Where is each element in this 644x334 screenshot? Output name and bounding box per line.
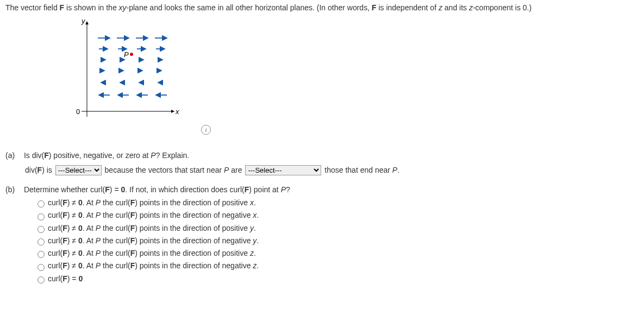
part-b-question: Determine whether curl(F) = 0. If not, i… <box>24 185 290 194</box>
text: 0 <box>78 236 83 245</box>
text: ) points in the direction of negative <box>135 211 253 219</box>
text: ) points in the direction of negative <box>135 261 253 270</box>
text: F <box>62 261 67 270</box>
text: . At <box>83 198 96 207</box>
text: curl( <box>48 261 62 270</box>
text: 0 <box>78 211 83 219</box>
text: curl( <box>48 236 62 245</box>
text: those that end near <box>324 166 392 174</box>
text: . <box>397 166 399 174</box>
text: curl( <box>48 224 62 232</box>
curl-option-radio[interactable] <box>37 238 45 245</box>
text: P <box>151 151 155 160</box>
curl-option-radio[interactable] <box>37 213 45 220</box>
curl-option[interactable]: curl(F) ≠ 0. At P the curl(F) points in … <box>35 249 639 258</box>
curl-option-radio[interactable] <box>37 276 45 283</box>
text: z <box>439 3 442 12</box>
text: x <box>250 198 254 207</box>
curl-option-radio[interactable] <box>37 251 45 258</box>
curl-option[interactable]: curl(F) ≠ 0. At P the curl(F) points in … <box>35 261 639 270</box>
text: ) ≠ <box>67 211 78 219</box>
text: xy <box>119 3 127 12</box>
text: F <box>105 185 110 194</box>
part-a-question: Is div(F) positive, negative, or zero at… <box>24 151 189 160</box>
div-reason-select[interactable]: ---Select--- <box>245 165 321 175</box>
text: the curl( <box>101 198 130 207</box>
text: ) ≠ <box>67 198 78 207</box>
curl-option-radio[interactable] <box>37 264 45 271</box>
text: F <box>62 211 67 219</box>
text: z <box>250 249 254 257</box>
curl-option[interactable]: curl(F) ≠ 0. At P the curl(F) points in … <box>35 198 639 207</box>
text: ) = <box>67 274 79 283</box>
part-b-label: (b) <box>5 185 22 194</box>
text: the curl( <box>101 261 130 270</box>
text: F <box>372 3 377 12</box>
text: . <box>254 224 256 232</box>
info-icon[interactable]: i <box>201 125 211 135</box>
text: . <box>257 261 259 270</box>
text: ) positive, negative, or zero at <box>49 151 151 160</box>
text: ) is <box>42 166 54 174</box>
text: P <box>96 249 101 257</box>
text: curl( <box>48 198 62 207</box>
curl-option[interactable]: curl(F) ≠ 0. At P the curl(F) points in … <box>35 224 639 233</box>
curl-option-radio[interactable] <box>37 200 45 207</box>
text: and its <box>442 3 469 12</box>
text: F <box>130 261 135 270</box>
text: . At <box>83 249 96 257</box>
curl-option[interactable]: curl(F) ≠ 0. At P the curl(F) points in … <box>35 211 639 220</box>
curl-option[interactable]: curl(F) = 0 <box>35 274 639 283</box>
text: P <box>96 211 101 219</box>
text: . At <box>83 261 96 270</box>
text: F <box>62 249 67 257</box>
text: Determine whether curl( <box>24 185 105 194</box>
text: -plane and looks the same in all other h… <box>127 3 372 12</box>
text: F <box>130 249 135 257</box>
text: The vector field <box>5 3 60 12</box>
text: the curl( <box>101 224 130 232</box>
text: . If not, in which direction does curl( <box>125 185 244 194</box>
text: . At <box>83 211 96 219</box>
point-p-label: P <box>124 51 129 59</box>
text: P <box>392 166 397 174</box>
part-a-label: (a) <box>5 151 22 160</box>
text: F <box>60 3 65 12</box>
div-sign-select[interactable]: ---Select--- <box>55 165 102 175</box>
text: curl( <box>48 249 62 257</box>
text: ) points in the direction of positive <box>135 224 250 232</box>
text: ) = <box>110 185 121 194</box>
text: F <box>44 151 49 160</box>
text: 0 <box>78 249 83 257</box>
text: F <box>130 211 135 219</box>
text: ) ≠ <box>67 261 78 270</box>
text: F <box>245 185 249 194</box>
curl-option[interactable]: curl(F) ≠ 0. At P the curl(F) points in … <box>35 236 639 245</box>
text: F <box>62 236 67 245</box>
text: ) ≠ <box>67 249 78 257</box>
text: the curl( <box>101 249 130 257</box>
text: F <box>62 274 67 283</box>
part-b-options: curl(F) ≠ 0. At P the curl(F) points in … <box>35 198 639 283</box>
text: ) point at <box>249 185 280 194</box>
text: ) points in the direction of positive <box>135 249 250 257</box>
text: Is div( <box>24 151 44 160</box>
text: P <box>281 185 286 194</box>
text: is independent of <box>377 3 439 12</box>
vector-field-figure: y x 0 P i <box>60 16 212 141</box>
curl-option-radio[interactable] <box>37 226 45 233</box>
text: . <box>254 249 256 257</box>
text: ) points in the direction of negative <box>135 236 253 245</box>
x-axis-label: x <box>175 108 179 116</box>
text: . <box>257 236 259 245</box>
text: curl( <box>48 274 62 283</box>
text: are <box>229 166 244 174</box>
text: 0 <box>78 198 83 207</box>
text: z <box>469 3 473 12</box>
text: F <box>130 236 135 245</box>
text: ) points in the direction of positive <box>135 198 250 207</box>
text: the curl( <box>101 236 130 245</box>
text: F <box>37 166 42 174</box>
text: F <box>130 198 135 207</box>
text: P <box>96 236 101 245</box>
